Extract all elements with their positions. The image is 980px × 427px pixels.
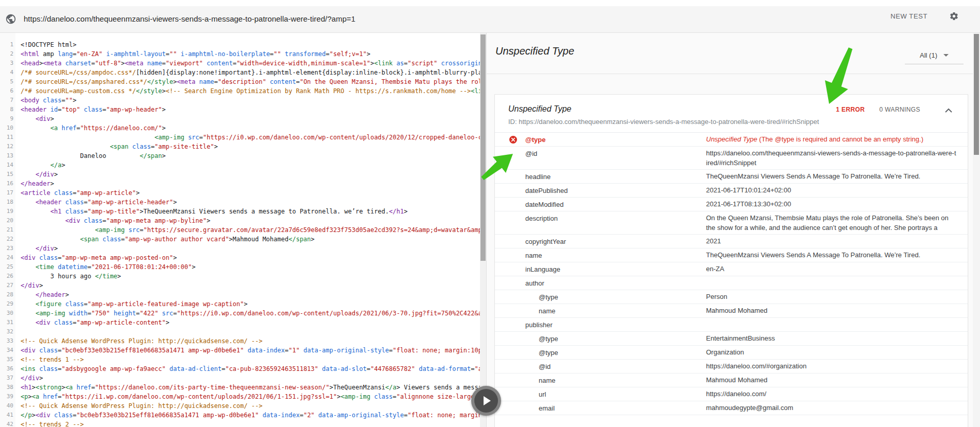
results-filter-dropdown[interactable]: All (1) xyxy=(905,50,964,64)
property-value: https://daneloo.com/ xyxy=(706,389,956,399)
code-line: 10 <a href="https://daneloo.com/"> xyxy=(0,123,480,133)
code-line: 24<div class="amp-wp-meta amp-wp-posted-… xyxy=(0,253,480,262)
property-name: author xyxy=(495,278,706,288)
line-number: 38 xyxy=(0,383,13,392)
annotation-arrow-down-icon xyxy=(797,39,869,114)
page-scrollbar[interactable] xyxy=(973,33,980,427)
result-type-title: Unspecified Type xyxy=(508,104,836,114)
result-card: Unspecified Type 1 ERROR 0 WARNINGS ID: … xyxy=(494,94,968,427)
property-row[interactable]: datePublished2021-06-17T10:01:24+02:00 xyxy=(495,184,968,198)
code-text: <a href="https://daneloo.com/"> xyxy=(13,123,166,133)
code-text: <head><meta charset="utf-8"><meta name="… xyxy=(13,59,480,68)
property-section-row[interactable]: author xyxy=(495,276,968,290)
code-text xyxy=(13,327,21,336)
code-line: 26 3 hours ago </time> xyxy=(0,272,480,281)
property-row[interactable]: dateModified2021-06-17T08:13:30+02:00 xyxy=(495,198,968,211)
property-row[interactable]: @typeOrganization xyxy=(495,346,968,360)
property-name: copyrightYear xyxy=(495,236,706,246)
code-text: <header class="amp-wp-article-header"> xyxy=(13,198,177,207)
line-number: 8 xyxy=(0,105,13,114)
results-panel-title: Unspecified Type xyxy=(495,45,574,57)
property-name: publisher xyxy=(495,319,706,330)
property-row[interactable]: @typePerson xyxy=(495,290,968,304)
line-number: 4 xyxy=(0,68,13,77)
settings-gear-icon[interactable] xyxy=(949,11,959,21)
line-number: 26 xyxy=(0,272,13,281)
code-line: 9 <div> xyxy=(0,114,480,123)
code-text: </p><div class="bc0ebf33e03b215eff81e066… xyxy=(13,411,480,420)
code-text: 3 hours ago </time> xyxy=(13,272,121,281)
code-text: <span class="amp-site-title"> xyxy=(13,142,218,151)
property-row[interactable]: copyrightYear2021 xyxy=(495,235,968,248)
code-text: <!-- Quick Adsense WordPress Plugin: htt… xyxy=(13,336,263,346)
property-row[interactable]: inLanguageen-ZA xyxy=(495,262,968,276)
property-section-row[interactable]: publisher xyxy=(495,318,968,332)
code-line: 42<!-- trends 2 --> xyxy=(0,420,480,427)
line-number: 24 xyxy=(0,253,13,262)
code-line: 15 </div> xyxy=(0,170,480,179)
property-name: url xyxy=(495,389,706,399)
code-line: 28 </header> xyxy=(0,290,480,299)
play-button[interactable] xyxy=(471,386,501,416)
code-line: 31 <div class="amp-wp-article-content"> xyxy=(0,318,480,327)
property-row[interactable]: headlineTheQueenMzansi Viewers Sends A M… xyxy=(495,170,968,184)
line-number: 20 xyxy=(0,216,13,225)
line-number: 41 xyxy=(0,411,13,420)
property-row[interactable]: urlhttps://daneloo.com/ xyxy=(495,387,968,401)
code-text: <div class="amp-wp-meta amp-wp-posted-on… xyxy=(13,253,177,262)
property-row[interactable]: @idhttps://daneloo.com/#organization xyxy=(495,360,968,373)
filter-selected-value: All (1) xyxy=(920,51,937,59)
line-number: 36 xyxy=(0,364,13,373)
collapse-chevron-icon[interactable] xyxy=(945,108,952,113)
code-line: 34<div class="bc0ebf33e03b215eff81e06683… xyxy=(0,346,480,355)
code-line: 35<!-- trends 1 --> xyxy=(0,355,480,364)
property-value: TheQueenMzansi Viewers Sends A Message T… xyxy=(706,171,956,181)
line-number: 17 xyxy=(0,188,13,198)
code-editor-panel: 1<!DOCTYPE html>2<html amp lang="en-ZA" … xyxy=(0,33,480,427)
property-row[interactable]: nameTheQueenMzansi Viewers Sends A Messa… xyxy=(495,248,968,262)
property-row[interactable]: @typeEntertainmentBusiness xyxy=(495,332,968,346)
line-number: 6 xyxy=(0,86,13,96)
property-value: On the Queen Mzansi, Thembsie Matu plays… xyxy=(706,213,956,233)
new-test-button[interactable]: NEW TEST xyxy=(890,12,927,20)
property-row[interactable]: descriptionOn the Queen Mzansi, Thembsie… xyxy=(495,211,968,235)
line-number: 37 xyxy=(0,373,13,383)
code-text: <!-- trends 2 --> xyxy=(13,420,84,427)
code-text: <figure class="amp-wp-article-featured-i… xyxy=(13,299,248,309)
code-text: <ins class="adsbygoogle amp-wp-fa9aecc" … xyxy=(13,364,480,373)
line-number: 35 xyxy=(0,355,13,364)
line-number: 13 xyxy=(0,151,13,161)
property-name: headline xyxy=(495,171,706,182)
property-name: @type xyxy=(495,292,706,302)
code-line: 40<!-- Quick Adsense WordPress Plugin: h… xyxy=(0,401,480,411)
line-number: 16 xyxy=(0,179,13,188)
property-row[interactable]: nameMahmoud Mohamed xyxy=(495,373,968,387)
code-line: 37</div> xyxy=(0,373,480,383)
line-number: 30 xyxy=(0,309,13,318)
results-panel: Unspecified Type All (1) Unspecified Typ… xyxy=(487,33,980,427)
property-value: https://daneloo.com/thequeenmzansi-viewe… xyxy=(706,148,956,168)
property-row[interactable]: @typeUnspecified Type (The @type is requ… xyxy=(495,133,968,147)
code-line: 30 <amp-img width="750" height="422" src… xyxy=(0,309,480,318)
line-number: 12 xyxy=(0,142,13,151)
code-line: 18 <header class="amp-wp-article-header"… xyxy=(0,198,480,207)
code-line: 41</p><div class="bc0ebf33e03b215eff81e0… xyxy=(0,411,480,420)
play-icon xyxy=(484,396,491,405)
code-text: </div> xyxy=(13,170,58,179)
property-row[interactable]: @idhttps://daneloo.com/thequeenmzansi-vi… xyxy=(495,147,968,170)
code-text: </header> xyxy=(13,179,54,188)
code-line: 29 <figure class="amp-wp-article-feature… xyxy=(0,299,480,309)
code-line: 1<!DOCTYPE html> xyxy=(0,40,480,49)
code-line: 20 <div class="amp-wp-meta amp-wp-byline… xyxy=(0,216,480,225)
code-line: 11 <amp-img src="https://i0.wp.com/danel… xyxy=(0,133,480,142)
property-row[interactable]: emailmahmoudegypte@gmail.com xyxy=(495,401,968,415)
property-name: @type xyxy=(495,134,706,145)
property-value: TheQueenMzansi Viewers Sends A Message T… xyxy=(706,250,956,260)
globe-icon xyxy=(5,13,16,25)
page-scrollbar-thumb[interactable] xyxy=(974,34,979,155)
code-line: 25 <time datetime="2021-06-17T08:01:24+0… xyxy=(0,262,480,272)
code-scrollbar[interactable] xyxy=(480,33,487,427)
line-number: 34 xyxy=(0,346,13,355)
annotation-arrow-right-icon xyxy=(475,138,521,184)
property-row[interactable]: nameMahmoud Mohamed xyxy=(495,304,968,318)
